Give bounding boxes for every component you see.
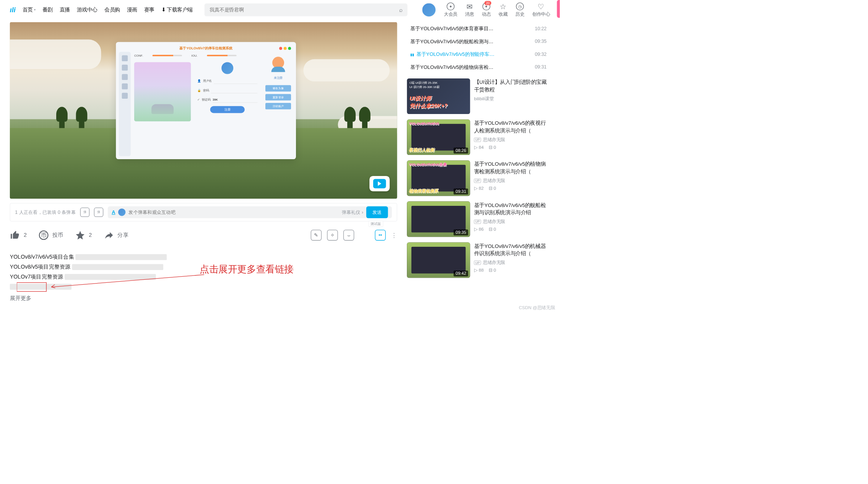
login-form: 👤用户名 🔒密码 ✓验证码 注册 <box>195 62 260 122</box>
duration: 09:35 <box>454 230 468 235</box>
test-tag: 测试版 <box>369 221 384 227</box>
bulb-icon: ♡ <box>537 2 545 10</box>
rec-title: 基于YOLOv8/v7/v6/v5的植物病害检测系统演示与介绍（ <box>474 160 550 175</box>
window-controls <box>279 47 291 50</box>
more-icon[interactable]: ⋮ <box>391 232 397 239</box>
etiquette-link[interactable]: 弹幕礼仪 › <box>342 209 364 215</box>
rec-title: 基于YOLOv8/v7/v6/v5的舰船检测与识别系统演示与介绍 <box>474 201 550 216</box>
rec-item[interactable]: YOLOv8/v7/v6/v5合集 植物病害检测系 09:31 基于YOLOv8… <box>407 160 550 196</box>
expand-more[interactable]: 展开更多 <box>10 293 32 303</box>
search-input[interactable] <box>210 7 399 13</box>
rec-thumb: YOLOv8/v7/v6/v5合集 植物病害检测系 09:31 <box>407 160 470 196</box>
danmaku-bar: 1 人正在看，已装填 0 条弹幕 弹 弹 A 弹幕礼仪 › 发送 <box>10 203 397 222</box>
sidebar: 基于YOLOv8/v7/v6/v5的体育赛事目…10:22 基于YOLOv8/v… <box>407 22 550 312</box>
nav-live[interactable]: 直播 <box>60 7 70 13</box>
star-icon <box>75 230 85 240</box>
rec-stats: ▷ 84⊟ 0 <box>474 145 550 150</box>
fav-button[interactable]: 2 <box>75 230 92 240</box>
playing-icon: ▮▮ <box>410 53 414 57</box>
rec-stats: ▷ 82⊟ 0 <box>474 186 550 191</box>
playlist: 基于YOLOv8/v7/v6/v5的体育赛事目…10:22 基于YOLOv8/v… <box>407 22 550 73</box>
search-bar[interactable]: ⌕ <box>205 3 408 16</box>
app-title: 基于YOLOv8/v7的停车位检测系统 <box>179 46 232 51</box>
coin-button[interactable]: 币投币 <box>39 230 63 240</box>
rec-item[interactable]: 09:35 基于YOLOv8/v7/v6/v5的舰船检测与识别系统演示与介绍 U… <box>407 201 550 237</box>
duration: 09:42 <box>454 271 468 276</box>
danmaku-input[interactable] <box>128 210 339 215</box>
pin-button[interactable]: ✧ <box>327 230 338 240</box>
um-fav[interactable]: ☆收藏 <box>499 2 507 17</box>
svg-text:币: 币 <box>41 232 47 238</box>
chevron-down-icon: ▾ <box>34 8 36 11</box>
duration: 08:26 <box>454 148 468 153</box>
nav-home[interactable]: 首页▾ <box>23 7 36 13</box>
um-message[interactable]: ✉消息 <box>465 2 474 17</box>
playlist-item[interactable]: 基于YOLOv8/v7/v6/v5的植物病害检…09:31 <box>407 61 550 74</box>
font-icon[interactable]: A <box>112 209 115 215</box>
nav-download[interactable]: ⬇ 下载客户端 <box>161 7 193 13</box>
rec-title: 基于YOLOv8/v7/v6/v5的机械器件识别系统演示与介绍（ <box>474 242 550 257</box>
duration: 09:31 <box>454 189 468 194</box>
rec-uploader[interactable]: bilibili课堂 <box>474 96 550 101</box>
thumb-up-icon <box>10 230 20 240</box>
avatar[interactable] <box>422 3 436 17</box>
rec-uploader[interactable]: UP思绪亦无限 <box>474 260 550 266</box>
nav-bangumi[interactable]: 番剧 <box>42 7 53 13</box>
coin-icon: 币 <box>39 230 49 240</box>
rec-thumb: C端 UI设计师 25-35KUI 设计师 20-30K·16薪 UI设计师凭什… <box>407 78 470 114</box>
rec-uploader[interactable]: UP思绪亦无限 <box>474 137 550 142</box>
playlist-item[interactable]: 基于YOLOv8/v7/v6/v5的体育赛事目…10:22 <box>407 22 550 35</box>
header: ıli 首页▾ 番剧 直播 游戏中心 会员购 漫画 赛事 ⬇ 下载客户端 ⌕ ✦… <box>10 0 550 20</box>
nav-shop[interactable]: 会员购 <box>104 7 120 13</box>
star-icon: ☆ <box>499 2 507 10</box>
danmaku-toggle[interactable]: 弹 <box>80 207 90 217</box>
watermark: CSDN @思绪无限 <box>519 305 555 311</box>
nav-game[interactable]: 游戏中心 <box>77 7 98 13</box>
register-btn: 注册 <box>210 106 245 113</box>
rec-title: 【UI设计】从入门到进阶的宝藏干货教程 <box>474 78 550 93</box>
rec-item[interactable]: C端 UI设计师 25-35KUI 设计师 20-30K·16薪 UI设计师凭什… <box>407 78 550 114</box>
right-edge-handle[interactable] <box>557 0 560 18</box>
badge: 20 <box>484 1 491 5</box>
rec-stats: ▷ 86⊟ 0 <box>474 227 550 232</box>
share-button[interactable]: 分享 <box>104 230 128 240</box>
action-bar: 2 币投币 2 分享 ✎ ✧ ⌣ •• 测试版 ⋮ <box>10 225 397 245</box>
rec-uploader[interactable]: UP思绪亦无限 <box>474 218 550 224</box>
play-button[interactable] <box>369 176 390 191</box>
description: YOLOv8/v7/v6/v5项目合集 YOLOv8/v5项目完整资源 YOLO… <box>10 252 397 303</box>
um-vip[interactable]: ✦大会员 <box>444 2 457 17</box>
playlist-item-active[interactable]: ▮▮基于YOLOv8/v7/v6/v5的智能停车…09:32 <box>407 48 550 61</box>
mail-icon: ✉ <box>466 2 474 10</box>
avatar-small <box>118 209 125 216</box>
search-icon[interactable]: ⌕ <box>399 7 403 13</box>
ai-button[interactable]: •• <box>375 230 385 240</box>
danmaku-input-wrap: A 弹幕礼仪 › 发送 <box>108 206 392 218</box>
app-sidebar <box>119 52 131 156</box>
rec-uploader[interactable]: UP思绪亦无限 <box>474 178 550 183</box>
rec-thumb: 09:35 <box>407 201 470 237</box>
user-menu: ✦大会员 ✉消息 ✦20动态 ☆收藏 ◷历史 ♡创作中心 <box>422 2 550 17</box>
playlist-item[interactable]: 基于YOLOv8/v7/v6/v5的舰船检测与…09:35 <box>407 35 550 48</box>
share-icon <box>104 230 114 240</box>
like-button[interactable]: 2 <box>10 230 27 240</box>
vip-icon: ✦ <box>447 2 455 10</box>
emoji-button[interactable]: ⌣ <box>343 230 354 240</box>
login-illustration <box>134 62 191 122</box>
video-player[interactable]: 基于YOLOv8/v7的停车位检测系统 CONF.IOU. 👤用户名 🔒密码 ✓… <box>10 22 397 199</box>
um-history[interactable]: ◷历史 <box>515 2 524 17</box>
nav-manga[interactable]: 漫画 <box>127 7 137 13</box>
send-button[interactable]: 发送 <box>366 206 388 218</box>
annotation-text: 点击展开更多查看链接 <box>200 264 293 274</box>
nav-match[interactable]: 赛事 <box>144 7 154 13</box>
rec-title: 基于YOLOv8/v7/v6/v5的夜视行人检测系统演示与介绍（ <box>474 119 550 134</box>
rec-thumb: YOLOv8/v7/v6/v5 夜视行人检测 08:26 <box>407 119 470 155</box>
um-create[interactable]: ♡创作中心 <box>532 2 550 17</box>
danmaku-settings[interactable]: 弹 <box>94 207 104 217</box>
clock-icon: ◷ <box>516 2 524 10</box>
app-window: 基于YOLOv8/v7的停车位检测系统 CONF.IOU. 👤用户名 🔒密码 ✓… <box>116 42 296 159</box>
note-button[interactable]: ✎ <box>311 230 322 240</box>
site-logo[interactable]: ıli <box>10 6 16 14</box>
rec-item[interactable]: YOLOv8/v7/v6/v5 夜视行人检测 08:26 基于YOLOv8/v7… <box>407 119 550 155</box>
rec-item[interactable]: 09:42 基于YOLOv8/v7/v6/v5的机械器件识别系统演示与介绍（ U… <box>407 242 550 278</box>
um-trend[interactable]: ✦20动态 <box>482 2 491 17</box>
